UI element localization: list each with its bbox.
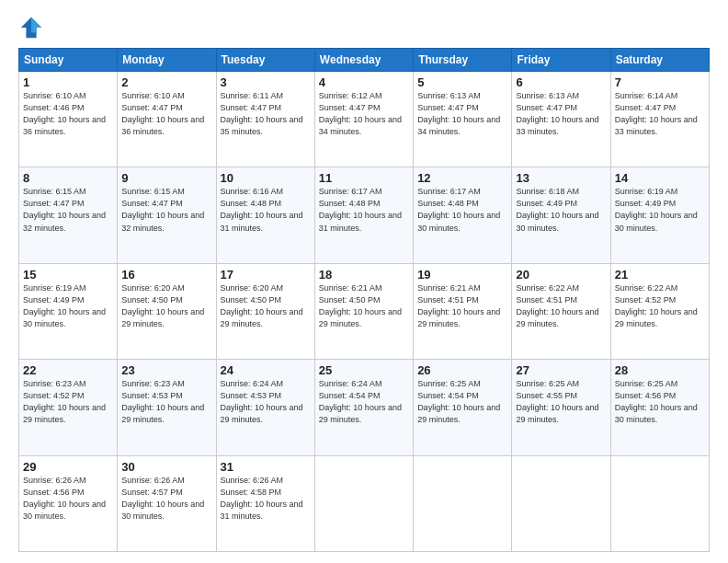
day-info: Sunrise: 6:17 AM Sunset: 4:48 PM Dayligh… xyxy=(417,186,507,234)
day-info: Sunrise: 6:26 AM Sunset: 4:58 PM Dayligh… xyxy=(221,475,311,523)
calendar-cell: 27 Sunrise: 6:25 AM Sunset: 4:55 PM Dayl… xyxy=(512,360,610,455)
day-info: Sunrise: 6:10 AM Sunset: 4:46 PM Dayligh… xyxy=(23,90,113,138)
day-number: 12 xyxy=(417,171,507,185)
day-info: Sunrise: 6:18 AM Sunset: 4:49 PM Dayligh… xyxy=(516,186,606,234)
day-number: 25 xyxy=(319,363,409,377)
day-number: 22 xyxy=(23,363,113,377)
header xyxy=(18,15,710,40)
calendar-week-3: 15 Sunrise: 6:19 AM Sunset: 4:49 PM Dayl… xyxy=(19,263,710,359)
day-info: Sunrise: 6:23 AM Sunset: 4:52 PM Dayligh… xyxy=(23,378,113,426)
calendar-cell: 18 Sunrise: 6:21 AM Sunset: 4:50 PM Dayl… xyxy=(314,263,413,359)
day-number: 29 xyxy=(23,460,113,474)
column-header-friday: Friday xyxy=(512,49,610,72)
calendar-cell: 26 Sunrise: 6:25 AM Sunset: 4:54 PM Dayl… xyxy=(414,360,512,455)
calendar-cell: 14 Sunrise: 6:19 AM Sunset: 4:49 PM Dayl… xyxy=(610,167,709,263)
column-header-tuesday: Tuesday xyxy=(216,49,314,72)
calendar-cell: 6 Sunrise: 6:13 AM Sunset: 4:47 PM Dayli… xyxy=(512,72,610,167)
day-info: Sunrise: 6:25 AM Sunset: 4:56 PM Dayligh… xyxy=(615,378,705,426)
calendar-header-row: SundayMondayTuesdayWednesdayThursdayFrid… xyxy=(19,49,710,72)
day-number: 19 xyxy=(417,268,507,282)
day-number: 9 xyxy=(121,171,211,185)
day-info: Sunrise: 6:20 AM Sunset: 4:50 PM Dayligh… xyxy=(121,282,211,330)
day-number: 2 xyxy=(121,75,211,89)
day-info: Sunrise: 6:26 AM Sunset: 4:57 PM Dayligh… xyxy=(121,475,211,523)
day-info: Sunrise: 6:10 AM Sunset: 4:47 PM Dayligh… xyxy=(121,90,211,138)
day-number: 18 xyxy=(319,268,409,282)
day-info: Sunrise: 6:22 AM Sunset: 4:52 PM Dayligh… xyxy=(615,282,705,330)
day-number: 4 xyxy=(319,75,409,89)
day-info: Sunrise: 6:15 AM Sunset: 4:47 PM Dayligh… xyxy=(23,186,113,234)
day-number: 8 xyxy=(23,171,113,185)
calendar-cell: 9 Sunrise: 6:15 AM Sunset: 4:47 PM Dayli… xyxy=(118,167,216,263)
calendar-cell: 4 Sunrise: 6:12 AM Sunset: 4:47 PM Dayli… xyxy=(314,72,413,167)
day-number: 16 xyxy=(121,268,211,282)
day-info: Sunrise: 6:16 AM Sunset: 4:48 PM Dayligh… xyxy=(221,186,311,234)
logo xyxy=(18,15,48,40)
calendar-cell: 7 Sunrise: 6:14 AM Sunset: 4:47 PM Dayli… xyxy=(610,72,709,167)
calendar-cell xyxy=(314,455,413,551)
calendar-week-5: 29 Sunrise: 6:26 AM Sunset: 4:56 PM Dayl… xyxy=(19,455,710,551)
calendar-cell: 21 Sunrise: 6:22 AM Sunset: 4:52 PM Dayl… xyxy=(610,263,709,359)
day-number: 21 xyxy=(615,268,705,282)
day-info: Sunrise: 6:21 AM Sunset: 4:50 PM Dayligh… xyxy=(319,282,409,330)
calendar-cell: 2 Sunrise: 6:10 AM Sunset: 4:47 PM Dayli… xyxy=(118,72,216,167)
day-number: 31 xyxy=(221,460,311,474)
column-header-wednesday: Wednesday xyxy=(314,49,413,72)
calendar-cell: 16 Sunrise: 6:20 AM Sunset: 4:50 PM Dayl… xyxy=(118,263,216,359)
calendar-cell: 28 Sunrise: 6:25 AM Sunset: 4:56 PM Dayl… xyxy=(610,360,709,455)
page: SundayMondayTuesdayWednesdayThursdayFrid… xyxy=(0,0,728,563)
day-number: 28 xyxy=(615,363,705,377)
calendar-cell: 19 Sunrise: 6:21 AM Sunset: 4:51 PM Dayl… xyxy=(414,263,512,359)
calendar-cell: 22 Sunrise: 6:23 AM Sunset: 4:52 PM Dayl… xyxy=(19,360,118,455)
day-number: 14 xyxy=(615,171,705,185)
day-number: 20 xyxy=(516,268,606,282)
day-info: Sunrise: 6:11 AM Sunset: 4:47 PM Dayligh… xyxy=(221,90,311,138)
logo-icon xyxy=(18,15,44,40)
calendar-week-4: 22 Sunrise: 6:23 AM Sunset: 4:52 PM Dayl… xyxy=(19,360,710,455)
day-info: Sunrise: 6:22 AM Sunset: 4:51 PM Dayligh… xyxy=(516,282,606,330)
day-number: 30 xyxy=(121,460,211,474)
calendar-cell: 5 Sunrise: 6:13 AM Sunset: 4:47 PM Dayli… xyxy=(414,72,512,167)
calendar-cell: 30 Sunrise: 6:26 AM Sunset: 4:57 PM Dayl… xyxy=(118,455,216,551)
calendar-cell: 13 Sunrise: 6:18 AM Sunset: 4:49 PM Dayl… xyxy=(512,167,610,263)
day-info: Sunrise: 6:19 AM Sunset: 4:49 PM Dayligh… xyxy=(23,282,113,330)
calendar-cell: 11 Sunrise: 6:17 AM Sunset: 4:48 PM Dayl… xyxy=(314,167,413,263)
day-info: Sunrise: 6:25 AM Sunset: 4:55 PM Dayligh… xyxy=(516,378,606,426)
calendar-week-1: 1 Sunrise: 6:10 AM Sunset: 4:46 PM Dayli… xyxy=(19,72,710,167)
day-number: 24 xyxy=(221,363,311,377)
calendar-cell: 24 Sunrise: 6:24 AM Sunset: 4:53 PM Dayl… xyxy=(216,360,314,455)
day-number: 27 xyxy=(516,363,606,377)
day-number: 6 xyxy=(516,75,606,89)
calendar-cell: 17 Sunrise: 6:20 AM Sunset: 4:50 PM Dayl… xyxy=(216,263,314,359)
day-info: Sunrise: 6:13 AM Sunset: 4:47 PM Dayligh… xyxy=(516,90,606,138)
day-number: 13 xyxy=(516,171,606,185)
calendar-table: SundayMondayTuesdayWednesdayThursdayFrid… xyxy=(18,48,710,552)
day-info: Sunrise: 6:24 AM Sunset: 4:53 PM Dayligh… xyxy=(221,378,311,426)
day-number: 1 xyxy=(23,75,113,89)
day-info: Sunrise: 6:12 AM Sunset: 4:47 PM Dayligh… xyxy=(319,90,409,138)
calendar-cell xyxy=(512,455,610,551)
column-header-saturday: Saturday xyxy=(610,49,709,72)
day-number: 3 xyxy=(221,75,311,89)
calendar-cell xyxy=(414,455,512,551)
day-info: Sunrise: 6:13 AM Sunset: 4:47 PM Dayligh… xyxy=(417,90,507,138)
day-info: Sunrise: 6:21 AM Sunset: 4:51 PM Dayligh… xyxy=(417,282,507,330)
day-info: Sunrise: 6:23 AM Sunset: 4:53 PM Dayligh… xyxy=(121,378,211,426)
day-number: 5 xyxy=(417,75,507,89)
calendar-cell: 25 Sunrise: 6:24 AM Sunset: 4:54 PM Dayl… xyxy=(314,360,413,455)
day-number: 23 xyxy=(121,363,211,377)
calendar-cell: 3 Sunrise: 6:11 AM Sunset: 4:47 PM Dayli… xyxy=(216,72,314,167)
day-number: 15 xyxy=(23,268,113,282)
calendar-cell xyxy=(610,455,709,551)
day-info: Sunrise: 6:25 AM Sunset: 4:54 PM Dayligh… xyxy=(417,378,507,426)
calendar-cell: 10 Sunrise: 6:16 AM Sunset: 4:48 PM Dayl… xyxy=(216,167,314,263)
day-info: Sunrise: 6:26 AM Sunset: 4:56 PM Dayligh… xyxy=(23,475,113,523)
calendar-cell: 12 Sunrise: 6:17 AM Sunset: 4:48 PM Dayl… xyxy=(414,167,512,263)
calendar-cell: 29 Sunrise: 6:26 AM Sunset: 4:56 PM Dayl… xyxy=(19,455,118,551)
day-number: 7 xyxy=(615,75,705,89)
day-info: Sunrise: 6:14 AM Sunset: 4:47 PM Dayligh… xyxy=(615,90,705,138)
day-number: 26 xyxy=(417,363,507,377)
calendar-cell: 31 Sunrise: 6:26 AM Sunset: 4:58 PM Dayl… xyxy=(216,455,314,551)
calendar-cell: 1 Sunrise: 6:10 AM Sunset: 4:46 PM Dayli… xyxy=(19,72,118,167)
day-number: 17 xyxy=(221,268,311,282)
